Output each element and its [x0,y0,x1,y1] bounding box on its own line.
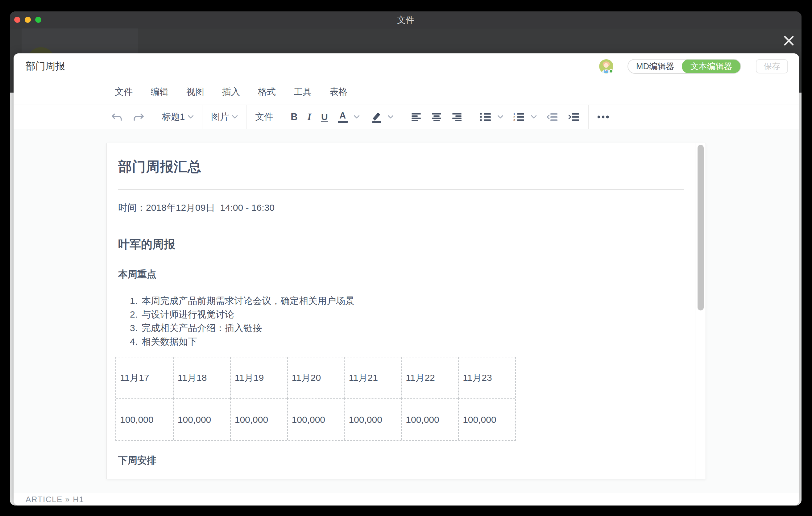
bullet-list-button[interactable] [475,105,496,129]
chevron-down-icon [354,115,359,119]
insert-image-dropdown[interactable]: 图片 [206,105,242,129]
menu-file[interactable]: 文件 [112,84,136,100]
ordered-list-dropdown[interactable] [530,105,542,129]
doc-title: 部门周报 [26,60,65,73]
heading-style-label: 标题1 [162,111,185,123]
app-window: 文件 部门周报 MD编辑 [10,11,802,506]
font-color-dropdown[interactable] [353,105,364,129]
bullet-list-dropdown[interactable] [496,105,508,129]
table-cell[interactable]: 100,000 [401,398,458,440]
chevron-down-icon [388,115,393,119]
align-center-icon [431,113,442,121]
table-cell[interactable]: 11月21 [344,357,401,398]
table-cell[interactable]: 11月18 [173,357,230,398]
table-cell[interactable]: 11月19 [230,357,287,398]
toggle-md-editor[interactable]: MD编辑器 [628,60,682,73]
table-cell[interactable]: 100,000 [230,398,287,440]
chevron-down-icon [188,115,194,119]
weekly-highlights-list: 1.本周完成产品前期需求讨论会议，确定相关用户场景 2.与设计师进行视觉讨论 3… [118,294,684,348]
list-item[interactable]: 2.与设计师进行视觉讨论 [118,308,684,321]
data-table: 11月17 11月18 11月19 11月20 11月21 11月22 11月2… [115,357,516,441]
window-title: 文件 [10,11,802,28]
meeting-time-text[interactable]: 时间：2018年12月09日 14:00 - 16:30 [118,203,684,212]
outdent-icon [546,112,558,122]
table-cell[interactable]: 11月17 [116,357,173,398]
italic-button[interactable]: I [303,105,316,129]
toolbar-separator [588,105,589,129]
indent-icon [568,112,580,122]
list-item[interactable]: 4.相关数据如下 [118,335,684,348]
bold-icon: B [291,111,297,122]
ordered-list-button[interactable]: 1 2 3 [508,105,530,129]
svg-text:3: 3 [513,118,515,122]
highlight-dropdown[interactable] [386,105,398,129]
toolbar-separator [153,105,153,129]
undo-button[interactable] [106,105,128,129]
scrollbar-track[interactable] [695,143,705,479]
scrollbar-thumb[interactable] [698,145,704,311]
menu-view[interactable]: 视图 [183,84,207,100]
more-options-button[interactable] [592,105,615,129]
editor-modal: 部门周报 MD编辑器 文本编辑器 保存 文件 [13,53,799,506]
redo-icon [133,112,144,122]
menu-table[interactable]: 表格 [326,84,350,100]
italic-icon: I [308,111,311,122]
status-bar: ARTICLE » H1 [13,493,799,506]
section-title[interactable]: 叶军的周报 [118,238,684,250]
menu-insert[interactable]: 插入 [219,84,243,100]
underline-icon: U [321,112,328,122]
chevron-down-icon [232,115,237,119]
insert-image-label: 图片 [211,111,229,123]
indent-button[interactable] [563,105,585,129]
menubar: 文件 编辑 视图 插入 格式 工具 表格 [13,79,799,105]
save-button[interactable]: 保存 [756,59,788,74]
table-cell[interactable]: 11月22 [401,357,458,398]
document-page[interactable]: 部门周报汇总 时间：2018年12月09日 14:00 - 16:30 叶军的周… [107,143,706,479]
table-cell[interactable]: 100,000 [344,398,401,440]
editor-content-area: 部门周报汇总 时间：2018年12月09日 14:00 - 16:30 叶军的周… [13,129,799,493]
highlight-button[interactable] [364,105,386,129]
table-cell[interactable]: 100,000 [173,398,230,440]
subsection-week-title[interactable]: 本周重点 [118,269,684,279]
underline-button[interactable]: U [316,105,333,129]
bullet-list-icon [480,112,491,122]
more-options-icon [597,115,610,118]
table-cell[interactable]: 11月23 [458,357,515,398]
document-body: 部门周报汇总 时间：2018年12月09日 14:00 - 16:30 叶军的周… [107,160,705,465]
menu-format[interactable]: 格式 [255,84,279,100]
bold-button[interactable]: B [286,105,302,129]
heading-style-dropdown[interactable]: 标题1 [157,105,198,129]
toolbar-separator [282,105,282,129]
font-color-button[interactable]: A [333,105,353,129]
font-color-icon: A [338,111,348,123]
breadcrumb: ARTICLE » H1 [26,495,84,504]
table-cell[interactable]: 100,000 [116,398,173,440]
user-avatar[interactable] [599,59,613,74]
table-cell[interactable]: 100,000 [287,398,344,440]
list-item[interactable]: 3.完成相关产品介绍：插入链接 [118,321,684,335]
menu-tools[interactable]: 工具 [291,84,315,100]
chevron-down-icon [498,115,503,119]
table-cell[interactable]: 11月20 [287,357,344,398]
toolbar-separator [246,105,246,129]
insert-file-button[interactable]: 文件 [250,105,278,129]
align-left-button[interactable] [406,105,426,129]
ordered-list-icon: 1 2 3 [513,112,525,122]
document-heading[interactable]: 部门周报汇总 [118,160,684,173]
subsection-next-week-title[interactable]: 下周安排 [118,456,684,465]
outdent-button[interactable] [542,105,563,129]
align-right-button[interactable] [447,105,467,129]
undo-icon [111,112,123,122]
align-center-button[interactable] [426,105,447,129]
close-button[interactable] [783,34,795,47]
list-item[interactable]: 1.本周完成产品前期需求讨论会议，确定相关用户场景 [118,294,684,308]
redo-button[interactable] [128,105,149,129]
align-left-icon [411,113,422,121]
toggle-text-editor[interactable]: 文本编辑器 [682,59,741,74]
insert-file-label: 文件 [255,111,273,123]
align-right-icon [452,113,462,121]
table-cell[interactable]: 100,000 [458,398,515,440]
doc-header: 部门周报 MD编辑器 文本编辑器 保存 [13,53,799,79]
menu-edit[interactable]: 编辑 [147,84,172,100]
chevron-down-icon [531,115,536,119]
